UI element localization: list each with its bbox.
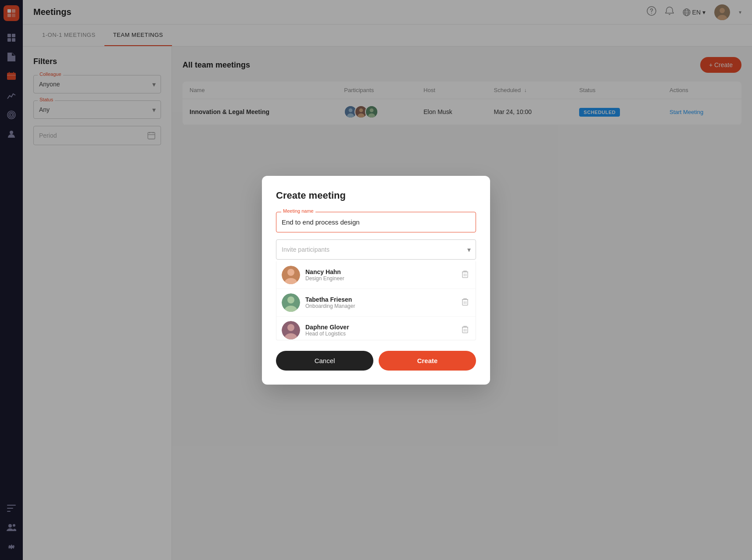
modal-overlay: Create meeting Meeting name Invite parti… — [0, 0, 752, 560]
participant-item-0: Nancy Hahn Design Engineer — [276, 261, 476, 289]
tabetha-name: Tabetha Friesen — [305, 296, 455, 303]
modal-title: Create meeting — [276, 190, 476, 201]
meeting-name-input[interactable] — [276, 212, 476, 232]
tabetha-role: Onboarding Manager — [305, 303, 455, 309]
participant-item-1: Tabetha Friesen Onboarding Manager — [276, 289, 476, 317]
create-meeting-modal: Create meeting Meeting name Invite parti… — [262, 176, 490, 385]
cancel-button[interactable]: Cancel — [276, 351, 373, 371]
nancy-avatar — [282, 266, 300, 284]
nancy-role: Design Engineer — [305, 275, 455, 282]
daphne-name: Daphne Glover — [305, 324, 455, 331]
svg-point-50 — [287, 296, 294, 303]
remove-nancy-button[interactable] — [460, 268, 470, 282]
svg-rect-52 — [462, 300, 468, 305]
remove-daphne-button[interactable] — [460, 324, 470, 337]
modal-footer: Cancel Create — [276, 351, 476, 371]
svg-rect-46 — [462, 272, 468, 278]
nancy-name: Nancy Hahn — [305, 268, 455, 275]
meeting-name-field: Meeting name — [276, 212, 476, 232]
svg-point-44 — [287, 269, 294, 276]
participant-item-2: Daphne Glover Head of Logistics — [276, 317, 476, 340]
create-button[interactable]: Create — [379, 351, 476, 371]
daphne-role: Head of Logistics — [305, 331, 455, 337]
invite-participants-wrapper: Invite participants — [276, 239, 476, 260]
invite-participants-select[interactable]: Invite participants — [276, 239, 476, 260]
remove-tabetha-button[interactable] — [460, 296, 470, 309]
svg-rect-58 — [462, 327, 468, 333]
svg-point-56 — [287, 324, 294, 331]
participants-list: Nancy Hahn Design Engineer — [276, 261, 476, 340]
tabetha-avatar — [282, 293, 300, 312]
meeting-name-label: Meeting name — [281, 208, 315, 214]
daphne-avatar — [282, 321, 300, 339]
